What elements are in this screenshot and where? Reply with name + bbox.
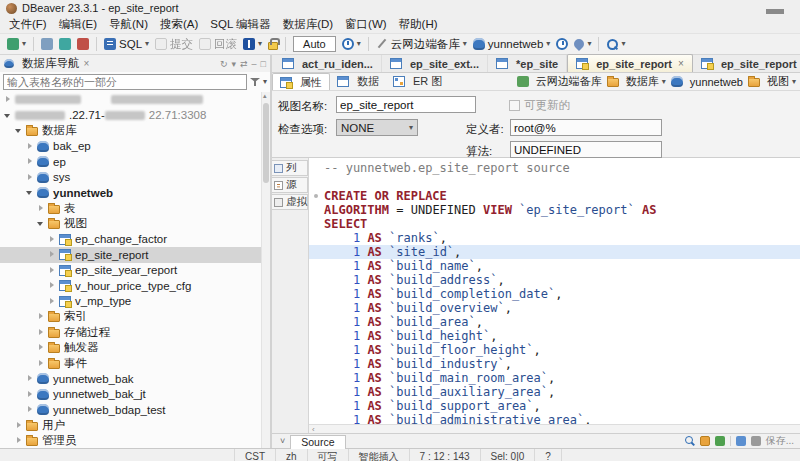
tree-item-yunnetweb_bak[interactable]: yunnetweb_bak — [0, 371, 270, 387]
expand-icon[interactable] — [37, 328, 46, 337]
active-connection-button[interactable]: 云网边端备库▾ — [373, 36, 470, 53]
collapse-icon[interactable] — [26, 188, 35, 197]
tree-item-v_mp_type[interactable]: v_mp_type — [0, 294, 270, 310]
tree-item-sys[interactable]: sys — [0, 170, 270, 186]
collapse-icon[interactable] — [4, 111, 13, 120]
refresh-icon[interactable]: ↻ — [220, 59, 228, 69]
menu-item[interactable]: 文件(F) — [3, 16, 53, 33]
transaction-mode-button[interactable]: ▾ — [240, 37, 265, 51]
chevron-down-icon[interactable]: ▾ — [231, 59, 236, 69]
expand-icon[interactable] — [48, 281, 57, 290]
expand-icon[interactable] — [26, 157, 35, 166]
menu-item[interactable]: 导航(N) — [103, 16, 154, 33]
menu-item[interactable]: 帮助(H) — [393, 16, 444, 33]
navigator-scrollbar[interactable]: ▴ — [261, 92, 270, 448]
open-file-icon[interactable] — [700, 436, 710, 446]
expand-icon[interactable] — [26, 142, 35, 151]
filter-caret-icon[interactable]: ▾ — [263, 78, 267, 86]
collapse-icon[interactable] — [37, 219, 46, 228]
scrollbar-up-icon[interactable]: ▴ — [263, 92, 267, 100]
sql-editor-button[interactable]: SQL▾ — [101, 37, 152, 51]
open-connection-button[interactable] — [38, 37, 56, 51]
expand-icon[interactable] — [48, 250, 57, 259]
table-filter-input[interactable] — [3, 74, 247, 90]
tree-item-事件[interactable]: 事件 — [0, 356, 270, 372]
algorithm-input[interactable] — [510, 141, 662, 158]
tree-item-yunnetweb_bak_jt[interactable]: yunnetweb_bak_jt — [0, 387, 270, 403]
side-tab-列[interactable]: 列 — [272, 160, 308, 176]
expand-icon[interactable] — [26, 374, 35, 383]
tree-item-数据库[interactable]: 数据库 — [0, 123, 270, 139]
expand-icon[interactable] — [26, 173, 35, 182]
collapse-icon[interactable] — [15, 126, 24, 135]
view-name-input[interactable] — [336, 96, 476, 113]
expand-icon[interactable] — [26, 390, 35, 399]
expand-icon[interactable] — [48, 297, 57, 306]
tab-ER 图[interactable]: ER 图 — [386, 73, 449, 90]
menu-item[interactable]: 窗口(W) — [339, 16, 393, 33]
find-icon[interactable] — [685, 436, 695, 446]
tree-item-索引[interactable]: 索引 — [0, 309, 270, 325]
expand-icon[interactable] — [37, 343, 46, 352]
tree-item[interactable] — [0, 92, 270, 108]
breadcrumb-item-云网边端备库[interactable]: 云网边端备库 — [517, 74, 602, 89]
tab-属性[interactable]: 属性 — [272, 73, 330, 90]
editor-tab-act_ru_iden_[interactable]: act_ru_iden... — [274, 55, 382, 72]
edit-connection-button[interactable] — [56, 37, 74, 51]
tree-item-v_hour_price_type_cfg[interactable]: v_hour_price_type_cfg — [0, 278, 270, 294]
transaction-log-button[interactable]: ▾ — [339, 37, 364, 51]
tree-item-触发器[interactable]: 触发器 — [0, 340, 270, 356]
navigator-close-icon[interactable]: × — [84, 58, 90, 69]
filter-funnel-icon[interactable] — [250, 77, 260, 87]
maximize-panel-icon[interactable]: □ — [261, 59, 266, 69]
expand-icon[interactable] — [4, 95, 13, 104]
link-editor-icon[interactable]: ⇄ — [240, 59, 248, 69]
scrollbar-thumb[interactable] — [263, 103, 269, 183]
tree-item-存储过程[interactable]: 存储过程 — [0, 325, 270, 341]
checkbox-icon[interactable] — [509, 100, 520, 111]
delete-connection-button[interactable] — [74, 37, 92, 51]
expand-icon[interactable] — [15, 436, 24, 445]
side-tab-源[interactable]: 源 — [272, 177, 308, 193]
search-button[interactable]: ▾ — [603, 37, 628, 51]
tree-item-视图[interactable]: 视图 — [0, 216, 270, 232]
expand-icon[interactable] — [37, 359, 46, 368]
transaction-lock-button[interactable] — [265, 37, 281, 51]
tree-item-用户[interactable]: 用户 — [0, 418, 270, 434]
horizontal-scrollbar[interactable]: ‹ — [309, 424, 800, 433]
menu-item[interactable]: 搜索(A) — [154, 16, 204, 33]
breadcrumb-item-视图[interactable]: 视图▾ — [748, 74, 796, 89]
minimize-panel-icon[interactable]: – — [252, 59, 257, 69]
expand-icon[interactable] — [15, 421, 24, 430]
commit-button[interactable]: 提交 — [152, 36, 196, 53]
auto-commit-button[interactable]: Auto — [290, 35, 339, 53]
editor-tab-ep_site_report[interactable]: ep_site_report× — [567, 54, 693, 72]
editor-tab-ep_site_report[interactable]: ep_site_report — [693, 55, 800, 72]
panel-icon[interactable] — [736, 436, 746, 446]
save-icon[interactable] — [751, 436, 761, 446]
expand-icon[interactable] — [37, 312, 46, 321]
tab-数据[interactable]: 数据 — [330, 73, 386, 90]
tree-item-ep[interactable]: ep — [0, 154, 270, 170]
editor-tab-ep_site_ext_[interactable]: ep_site_ext... — [382, 55, 488, 72]
expand-icon[interactable] — [37, 204, 46, 213]
active-database-button[interactable]: yunnetweb▾ — [470, 37, 554, 51]
query-history-button[interactable] — [553, 37, 571, 51]
tree-item-ep_site_year_report[interactable]: ep_site_year_report — [0, 263, 270, 279]
tree-item[interactable]: .22.71 - 22.71:3308 — [0, 108, 270, 124]
check-option-select[interactable]: NONE ▾ — [336, 119, 418, 136]
new-connection-button[interactable]: ▾ — [4, 37, 29, 51]
minimize-button[interactable] — [766, 9, 784, 14]
menu-item[interactable]: SQL 编辑器 — [204, 16, 276, 33]
source-bottom-tab[interactable]: Source — [290, 435, 345, 449]
tree-item-bak_ep[interactable]: bak_ep — [0, 139, 270, 155]
rollback-button[interactable]: 回滚 — [196, 36, 240, 53]
expand-icon[interactable] — [26, 405, 35, 414]
pin-editor-button[interactable]: ▾ — [571, 38, 594, 50]
definer-input[interactable] — [510, 119, 662, 136]
editor-tab-_ep_site[interactable]: *ep_site — [488, 55, 567, 72]
tree-item-ep_change_factor[interactable]: ep_change_factor — [0, 232, 270, 248]
tree-item-yunnetweb_bdap_test[interactable]: yunnetweb_bdap_test — [0, 402, 270, 418]
expand-icon[interactable] — [48, 266, 57, 275]
menu-item[interactable]: 编辑(E) — [53, 16, 103, 33]
